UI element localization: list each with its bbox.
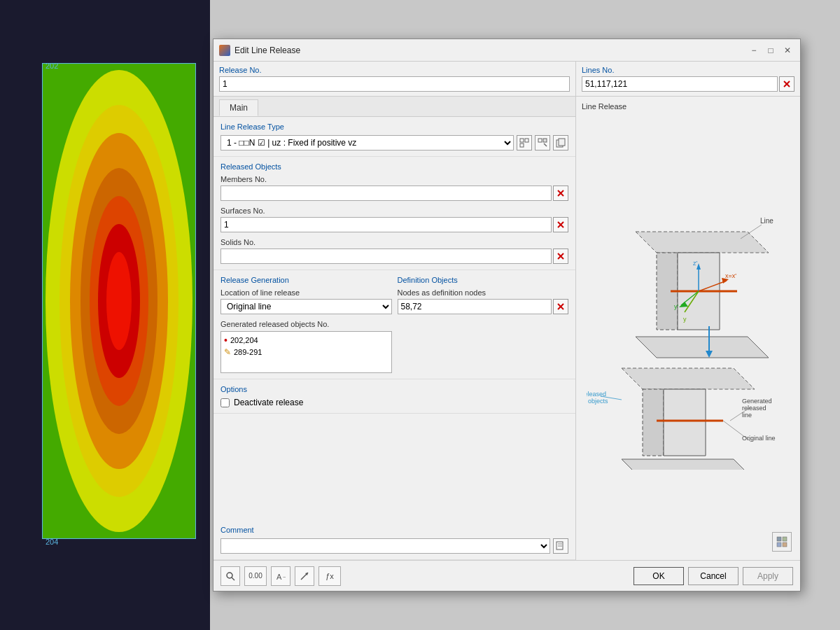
lrt-copy-button[interactable] <box>553 135 568 150</box>
release-no-input[interactable] <box>219 76 570 92</box>
deactivate-label[interactable]: Deactivate release <box>234 398 303 407</box>
svg-text:x=x': x=x' <box>725 272 736 279</box>
lines-no-section: Lines No. <box>576 62 800 96</box>
diagram-svg: z' x=x' y' y <box>587 176 790 470</box>
close-button[interactable]: ✕ <box>780 43 794 57</box>
cancel-button[interactable]: Cancel <box>688 567 738 585</box>
ok-button[interactable]: OK <box>634 567 684 585</box>
svg-rect-63 <box>777 537 781 541</box>
lrt-select[interactable]: 1 - □□N ☑ | uz : Fixed if positive vz <box>220 135 514 150</box>
members-no-row: Members No. <box>220 175 568 201</box>
tab-main[interactable]: Main <box>219 99 258 116</box>
solids-no-clear-button[interactable] <box>553 248 568 264</box>
nodes-input[interactable] <box>398 299 552 314</box>
title-bar: Edit Line Release − □ ✕ <box>214 39 800 62</box>
surfaces-no-label: Surfaces No. <box>220 206 568 215</box>
solids-no-label: Solids No. <box>220 238 568 246</box>
solids-no-input[interactable] <box>220 248 552 264</box>
lines-no-label: Lines No. <box>582 66 794 74</box>
lrt-row: 1 - □□N ☑ | uz : Fixed if positive vz <box>220 135 568 150</box>
released-objects-label: Released Objects <box>220 162 568 171</box>
release-no-label: Release No. <box>219 66 570 74</box>
surfaces-no-input-row <box>220 217 568 232</box>
location-label: Location of line release <box>220 288 392 297</box>
right-panel: Line Release <box>576 97 800 560</box>
release-generation-label: Release Generation <box>220 276 392 284</box>
location-select[interactable]: Original line <box>220 299 392 314</box>
dialog-body: Main Line Release Type 1 - □□N ☑ | uz : … <box>214 97 800 560</box>
svg-rect-13 <box>538 139 542 142</box>
solids-no-row: Solids No. <box>220 238 568 264</box>
canvas-label-top: 202 <box>46 62 58 70</box>
definition-objects-label: Definition Objects <box>398 276 569 284</box>
solids-no-input-row <box>220 248 568 264</box>
diagram-area: z' x=x' y' y <box>582 116 794 529</box>
released-objects-section: Released Objects Members No. Surfaces No… <box>214 157 575 270</box>
svg-text:y': y' <box>674 303 679 310</box>
svg-text:z': z' <box>693 260 698 267</box>
surfaces-no-clear-button[interactable] <box>553 217 568 232</box>
members-no-label: Members No. <box>220 175 568 183</box>
members-no-input-row <box>220 186 568 201</box>
app-icon <box>219 45 230 56</box>
comment-edit-button[interactable] <box>553 538 568 554</box>
footer-buttons: OK Cancel Apply <box>634 567 793 585</box>
lrt-edit-button[interactable] <box>535 135 550 150</box>
svg-text:line: line <box>742 412 752 419</box>
dot-icon-0: • <box>224 335 227 346</box>
dialog-footer: 0.00 A→ ƒx OK Cancel Apply <box>214 560 800 591</box>
release-generation-col: Release Generation Location of line rele… <box>220 276 392 373</box>
lrt-add-button[interactable] <box>517 135 532 150</box>
svg-rect-64 <box>783 537 787 541</box>
svg-marker-50 <box>643 389 664 456</box>
comment-section: Comment <box>214 520 575 560</box>
svg-marker-32 <box>636 337 769 358</box>
comment-row <box>220 538 568 554</box>
lines-no-clear-button[interactable] <box>779 76 794 92</box>
members-no-input[interactable] <box>220 186 552 201</box>
svg-text:Line: Line <box>760 217 774 225</box>
svg-rect-12 <box>520 144 524 147</box>
svg-point-67 <box>227 573 232 578</box>
options-label: Options <box>220 385 568 393</box>
minimize-button[interactable]: − <box>747 43 761 57</box>
tab-bar: Main <box>214 97 575 117</box>
value-tool-button[interactable]: 0.00 <box>244 566 267 586</box>
nodes-clear-button[interactable] <box>553 299 568 314</box>
generated-item-1: ✎ 289-291 <box>224 347 388 357</box>
arrow-tool-button[interactable]: A→ <box>271 566 290 586</box>
deactivate-checkbox[interactable] <box>220 398 230 407</box>
generation-section: Release Generation Location of line rele… <box>214 270 575 379</box>
svg-rect-10 <box>520 139 524 142</box>
footer-tools: 0.00 A→ ƒx <box>220 566 634 586</box>
bottom-right-icon-area <box>582 529 794 554</box>
lines-no-row <box>582 76 794 92</box>
header-row: Release No. Lines No. <box>214 62 800 97</box>
apply-button[interactable]: Apply <box>743 567 793 585</box>
svg-rect-14 <box>543 139 547 142</box>
maximize-button[interactable]: □ <box>764 43 778 57</box>
generated-value-0: 202,204 <box>230 336 258 344</box>
search-tool-button[interactable] <box>220 566 240 586</box>
members-no-clear-button[interactable] <box>553 186 568 201</box>
fx-tool-button[interactable]: ƒx <box>318 566 341 586</box>
canvas-border <box>42 63 196 539</box>
lrt-label: Line Release Type <box>220 122 568 131</box>
comment-select[interactable] <box>220 538 550 554</box>
surfaces-no-row: Surfaces No. <box>220 206 568 232</box>
bottom-right-icon-button[interactable] <box>772 532 792 552</box>
lines-no-input[interactable] <box>582 76 778 92</box>
svg-text:y: y <box>683 316 687 323</box>
right-panel-title: Line Release <box>582 102 794 111</box>
svg-marker-51 <box>664 389 706 456</box>
diag-tool-button[interactable] <box>295 566 314 586</box>
deactivate-row: Deactivate release <box>220 398 568 407</box>
spacer <box>214 414 575 520</box>
svg-marker-29 <box>636 232 769 253</box>
surfaces-no-input[interactable] <box>220 217 552 232</box>
definition-objects-col: Definition Objects Nodes as definition n… <box>398 276 569 373</box>
two-col-layout: Release Generation Location of line rele… <box>220 276 568 373</box>
comment-label: Comment <box>220 526 568 534</box>
release-no-section: Release No. <box>214 62 576 96</box>
generated-value-1: 289-291 <box>234 348 262 356</box>
